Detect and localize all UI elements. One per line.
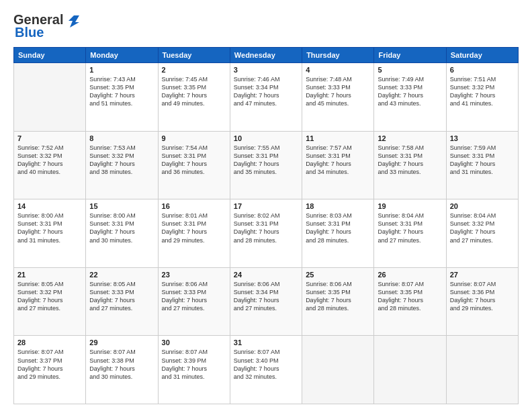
calendar-header-friday: Friday bbox=[374, 48, 446, 63]
calendar-cell: 16Sunrise: 8:01 AM Sunset: 3:31 PM Dayli… bbox=[158, 199, 230, 268]
calendar-cell bbox=[302, 336, 374, 404]
day-number: 7 bbox=[17, 134, 82, 142]
calendar-header-wednesday: Wednesday bbox=[230, 48, 302, 63]
day-number: 13 bbox=[450, 134, 515, 142]
calendar-cell: 31Sunrise: 8:07 AM Sunset: 3:40 PM Dayli… bbox=[230, 336, 302, 404]
calendar-cell: 1Sunrise: 7:43 AM Sunset: 3:35 PM Daylig… bbox=[86, 63, 158, 132]
day-info: Sunrise: 7:49 AM Sunset: 3:33 PM Dayligh… bbox=[378, 75, 442, 108]
day-number: 16 bbox=[162, 202, 226, 210]
day-info: Sunrise: 8:05 AM Sunset: 3:32 PM Dayligh… bbox=[17, 280, 82, 313]
calendar-cell: 7Sunrise: 7:52 AM Sunset: 3:32 PM Daylig… bbox=[14, 131, 86, 199]
calendar-cell: 28Sunrise: 8:07 AM Sunset: 3:37 PM Dayli… bbox=[14, 336, 86, 404]
day-number: 21 bbox=[17, 271, 82, 279]
day-number: 22 bbox=[89, 271, 154, 279]
day-number: 12 bbox=[378, 134, 442, 142]
calendar-cell: 26Sunrise: 8:07 AM Sunset: 3:35 PM Dayli… bbox=[374, 267, 446, 336]
logo-blue-text: Blue bbox=[15, 25, 44, 40]
day-number: 10 bbox=[234, 134, 298, 142]
day-number: 17 bbox=[234, 202, 298, 210]
day-number: 27 bbox=[450, 271, 515, 279]
day-info: Sunrise: 7:51 AM Sunset: 3:32 PM Dayligh… bbox=[450, 75, 515, 108]
day-number: 31 bbox=[234, 338, 298, 347]
calendar-cell: 27Sunrise: 8:07 AM Sunset: 3:36 PM Dayli… bbox=[446, 267, 518, 336]
day-number: 29 bbox=[89, 338, 154, 347]
page: General Blue SundayMondayTuesdayWednesda… bbox=[0, 0, 532, 411]
day-number: 11 bbox=[306, 134, 370, 142]
day-info: Sunrise: 8:04 AM Sunset: 3:31 PM Dayligh… bbox=[378, 212, 442, 244]
day-info: Sunrise: 8:04 AM Sunset: 3:32 PM Dayligh… bbox=[450, 212, 515, 244]
calendar-cell: 13Sunrise: 7:59 AM Sunset: 3:31 PM Dayli… bbox=[446, 131, 518, 199]
calendar-cell: 5Sunrise: 7:49 AM Sunset: 3:33 PM Daylig… bbox=[374, 63, 446, 132]
logo-icon bbox=[64, 13, 79, 28]
calendar-cell: 22Sunrise: 8:05 AM Sunset: 3:33 PM Dayli… bbox=[86, 267, 158, 336]
day-number: 4 bbox=[306, 66, 370, 74]
day-info: Sunrise: 8:06 AM Sunset: 3:33 PM Dayligh… bbox=[162, 280, 226, 313]
day-info: Sunrise: 8:07 AM Sunset: 3:39 PM Dayligh… bbox=[162, 348, 226, 381]
day-info: Sunrise: 8:05 AM Sunset: 3:33 PM Dayligh… bbox=[89, 280, 154, 313]
day-info: Sunrise: 8:00 AM Sunset: 3:31 PM Dayligh… bbox=[17, 212, 82, 244]
day-number: 2 bbox=[162, 66, 226, 74]
calendar-cell: 24Sunrise: 8:06 AM Sunset: 3:34 PM Dayli… bbox=[230, 267, 302, 336]
calendar-cell: 9Sunrise: 7:54 AM Sunset: 3:31 PM Daylig… bbox=[158, 131, 230, 199]
calendar-cell: 4Sunrise: 7:48 AM Sunset: 3:33 PM Daylig… bbox=[302, 63, 374, 132]
calendar-cell: 8Sunrise: 7:53 AM Sunset: 3:32 PM Daylig… bbox=[86, 131, 158, 199]
day-info: Sunrise: 7:52 AM Sunset: 3:32 PM Dayligh… bbox=[17, 144, 82, 177]
calendar-cell bbox=[14, 63, 86, 132]
day-number: 14 bbox=[17, 202, 82, 210]
calendar-header-row: SundayMondayTuesdayWednesdayThursdayFrid… bbox=[14, 48, 519, 63]
day-number: 5 bbox=[378, 66, 442, 74]
calendar-header-monday: Monday bbox=[86, 48, 158, 63]
calendar-header-thursday: Thursday bbox=[302, 48, 374, 63]
calendar-cell: 17Sunrise: 8:02 AM Sunset: 3:31 PM Dayli… bbox=[230, 199, 302, 268]
day-number: 18 bbox=[306, 202, 370, 210]
calendar-cell: 21Sunrise: 8:05 AM Sunset: 3:32 PM Dayli… bbox=[14, 267, 86, 336]
day-number: 15 bbox=[89, 202, 154, 210]
calendar-week-row: 14Sunrise: 8:00 AM Sunset: 3:31 PM Dayli… bbox=[14, 199, 519, 268]
svg-marker-0 bbox=[69, 15, 79, 28]
calendar-cell bbox=[374, 336, 446, 404]
calendar-header-sunday: Sunday bbox=[14, 48, 86, 63]
calendar-cell: 29Sunrise: 8:07 AM Sunset: 3:38 PM Dayli… bbox=[86, 336, 158, 404]
calendar-cell: 10Sunrise: 7:55 AM Sunset: 3:31 PM Dayli… bbox=[230, 131, 302, 199]
calendar-cell: 11Sunrise: 7:57 AM Sunset: 3:31 PM Dayli… bbox=[302, 131, 374, 199]
calendar-week-row: 28Sunrise: 8:07 AM Sunset: 3:37 PM Dayli… bbox=[14, 336, 519, 404]
day-number: 8 bbox=[89, 134, 154, 142]
calendar-cell: 18Sunrise: 8:03 AM Sunset: 3:31 PM Dayli… bbox=[302, 199, 374, 268]
day-number: 9 bbox=[162, 134, 226, 142]
calendar-week-row: 1Sunrise: 7:43 AM Sunset: 3:35 PM Daylig… bbox=[14, 63, 519, 132]
day-info: Sunrise: 8:06 AM Sunset: 3:35 PM Dayligh… bbox=[306, 280, 370, 313]
calendar-cell: 20Sunrise: 8:04 AM Sunset: 3:32 PM Dayli… bbox=[446, 199, 518, 268]
header: General Blue bbox=[13, 12, 519, 40]
calendar-cell: 14Sunrise: 8:00 AM Sunset: 3:31 PM Dayli… bbox=[14, 199, 86, 268]
calendar-week-row: 7Sunrise: 7:52 AM Sunset: 3:32 PM Daylig… bbox=[14, 131, 519, 199]
day-info: Sunrise: 8:07 AM Sunset: 3:40 PM Dayligh… bbox=[234, 348, 298, 381]
calendar-table: SundayMondayTuesdayWednesdayThursdayFrid… bbox=[13, 47, 519, 404]
day-info: Sunrise: 8:07 AM Sunset: 3:35 PM Dayligh… bbox=[378, 280, 442, 313]
day-info: Sunrise: 8:07 AM Sunset: 3:36 PM Dayligh… bbox=[450, 280, 515, 313]
day-info: Sunrise: 8:07 AM Sunset: 3:38 PM Dayligh… bbox=[89, 348, 154, 381]
calendar-cell: 3Sunrise: 7:46 AM Sunset: 3:34 PM Daylig… bbox=[230, 63, 302, 132]
calendar-cell: 23Sunrise: 8:06 AM Sunset: 3:33 PM Dayli… bbox=[158, 267, 230, 336]
day-number: 26 bbox=[378, 271, 442, 279]
day-number: 25 bbox=[306, 271, 370, 279]
calendar-cell: 6Sunrise: 7:51 AM Sunset: 3:32 PM Daylig… bbox=[446, 63, 518, 132]
day-info: Sunrise: 7:58 AM Sunset: 3:31 PM Dayligh… bbox=[378, 144, 442, 177]
day-number: 30 bbox=[162, 338, 226, 347]
calendar-cell: 15Sunrise: 8:00 AM Sunset: 3:31 PM Dayli… bbox=[86, 199, 158, 268]
calendar-cell: 2Sunrise: 7:45 AM Sunset: 3:35 PM Daylig… bbox=[158, 63, 230, 132]
day-info: Sunrise: 7:59 AM Sunset: 3:31 PM Dayligh… bbox=[450, 144, 515, 177]
day-info: Sunrise: 7:54 AM Sunset: 3:31 PM Dayligh… bbox=[162, 144, 226, 177]
day-info: Sunrise: 7:46 AM Sunset: 3:34 PM Dayligh… bbox=[234, 75, 298, 108]
day-info: Sunrise: 8:02 AM Sunset: 3:31 PM Dayligh… bbox=[234, 212, 298, 244]
day-info: Sunrise: 8:03 AM Sunset: 3:31 PM Dayligh… bbox=[306, 212, 370, 244]
day-number: 1 bbox=[89, 66, 154, 74]
day-number: 3 bbox=[234, 66, 298, 74]
logo: General Blue bbox=[13, 12, 79, 40]
calendar-header-saturday: Saturday bbox=[446, 48, 518, 63]
day-info: Sunrise: 8:01 AM Sunset: 3:31 PM Dayligh… bbox=[162, 212, 226, 244]
calendar-cell: 12Sunrise: 7:58 AM Sunset: 3:31 PM Dayli… bbox=[374, 131, 446, 199]
calendar-cell: 30Sunrise: 8:07 AM Sunset: 3:39 PM Dayli… bbox=[158, 336, 230, 404]
day-info: Sunrise: 7:57 AM Sunset: 3:31 PM Dayligh… bbox=[306, 144, 370, 177]
day-number: 24 bbox=[234, 271, 298, 279]
day-info: Sunrise: 7:45 AM Sunset: 3:35 PM Dayligh… bbox=[162, 75, 226, 108]
